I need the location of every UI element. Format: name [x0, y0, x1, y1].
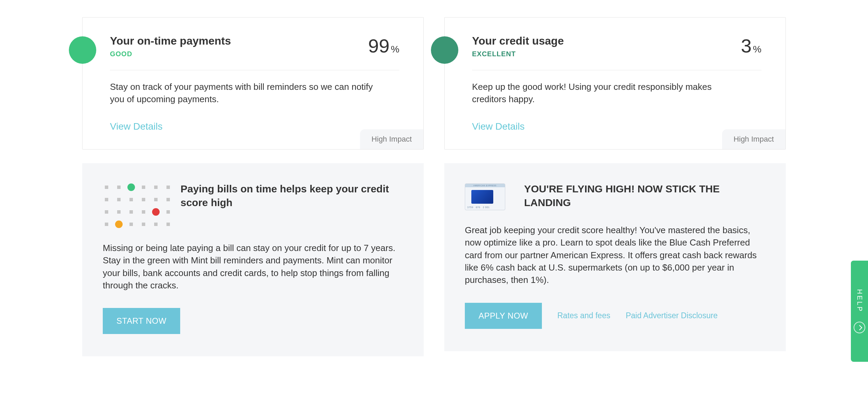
card-rating: EXCELLENT — [472, 50, 564, 58]
card-credit-usage: Your credit usage EXCELLENT 3 % Keep up … — [444, 17, 786, 150]
percent-icon: % — [391, 44, 399, 55]
promo-title: YOU'RE FLYING HIGH! NOW STICK THE LANDIN… — [524, 182, 765, 210]
card-title: Your on-time payments — [110, 35, 231, 47]
help-label: HELP — [856, 289, 864, 312]
calendar-dots-icon — [103, 182, 162, 228]
card-value: 99 % — [368, 35, 399, 57]
promo-header: AMERICAN EXPRESS 3759 876 2 001 YOU'RE F… — [465, 182, 765, 210]
card-on-time-payments: Your on-time payments GOOD 99 % Stay on … — [82, 17, 424, 150]
left-column: Your on-time payments GOOD 99 % Stay on … — [82, 17, 424, 356]
status-dot-icon — [431, 36, 458, 64]
start-now-button[interactable]: START NOW — [103, 308, 180, 334]
card-header: Your credit usage EXCELLENT 3 % — [472, 35, 761, 58]
card-rating: GOOD — [110, 50, 231, 58]
divider — [472, 70, 761, 70]
card-title: Your credit usage — [472, 35, 564, 47]
view-details-link[interactable]: View Details — [472, 121, 525, 132]
promo-header: Paying bills on time helps keep your cre… — [103, 182, 403, 228]
chevron-right-icon — [854, 322, 865, 333]
impact-badge: High Impact — [722, 129, 785, 149]
promo-title: Paying bills on time helps keep your cre… — [181, 182, 403, 210]
card-value-number: 99 — [368, 35, 389, 57]
promo-description: Great job keeping your credit score heal… — [465, 224, 765, 286]
paid-advertiser-disclosure-link[interactable]: Paid Advertiser Disclosure — [626, 311, 718, 320]
dashboard-container: Your on-time payments GOOD 99 % Stay on … — [0, 0, 868, 356]
card-description: Stay on track of your payments with bill… — [110, 81, 377, 106]
divider — [110, 70, 399, 70]
card-header: Your on-time payments GOOD 99 % — [110, 35, 399, 58]
promo-card-offer: AMERICAN EXPRESS 3759 876 2 001 YOU'RE F… — [444, 163, 786, 351]
promo-actions: APPLY NOW Rates and fees Paid Advertiser… — [465, 303, 765, 329]
card-value-number: 3 — [741, 35, 752, 57]
promo-bills: Paying bills on time helps keep your cre… — [82, 163, 424, 357]
view-details-link[interactable]: View Details — [110, 121, 163, 132]
percent-icon: % — [753, 44, 761, 55]
help-tab[interactable]: HELP — [851, 261, 868, 362]
status-dot-icon — [69, 36, 96, 64]
credit-card-icon: AMERICAN EXPRESS 3759 876 2 001 — [465, 183, 505, 210]
right-column: Your credit usage EXCELLENT 3 % Keep up … — [444, 17, 786, 356]
impact-badge: High Impact — [360, 129, 423, 149]
card-value: 3 % — [741, 35, 761, 57]
card-description: Keep up the good work! Using your credit… — [472, 81, 739, 106]
rates-and-fees-link[interactable]: Rates and fees — [557, 311, 610, 320]
apply-now-button[interactable]: APPLY NOW — [465, 303, 542, 329]
promo-description: Missing or being late paying a bill can … — [103, 242, 403, 292]
promo-actions: START NOW — [103, 308, 403, 334]
